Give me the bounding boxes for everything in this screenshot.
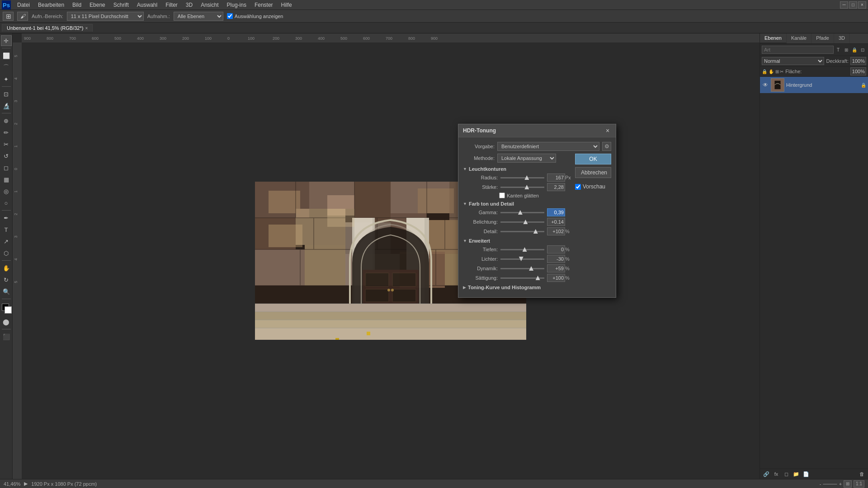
tiefen-input[interactable] [547,245,565,253]
opacity-input[interactable] [850,57,866,65]
menu-filter[interactable]: Filter [162,1,181,9]
method-select[interactable]: Lokale Anpassung [497,154,556,163]
preset-gear-btn[interactable]: ⚙ [602,142,611,151]
marquee-tool[interactable]: ⬜ [1,50,12,61]
menu-schrift[interactable]: Schrift [110,1,132,9]
brush-btn[interactable]: 🖌 [17,12,28,21]
menu-plugins[interactable]: Plug-ins [223,1,250,9]
maximize-btn[interactable]: □ [849,1,857,9]
blur-tool[interactable]: ◎ [1,186,12,197]
delete-layer-btn[interactable]: 🗑 [857,470,866,478]
tab-kanaele[interactable]: Kanäle [787,33,811,43]
belichtung-input[interactable] [547,218,565,226]
tab-ebenen[interactable]: Ebenen [760,33,787,43]
hdr-title-bar[interactable]: HDR-Tonung × [458,124,616,137]
zoom-slider[interactable]: ──── [823,481,837,487]
eraser-tool[interactable]: ◻ [1,162,12,173]
menu-bearbeiten[interactable]: Bearbeiten [34,1,68,9]
menu-hilfe[interactable]: Hilfe [278,1,296,9]
kanten-checkbox[interactable] [499,192,505,198]
menu-ansicht[interactable]: Ansicht [197,1,222,9]
staerke-thumb[interactable] [524,185,529,189]
history-brush[interactable]: ↺ [1,150,12,161]
radius-input[interactable] [547,174,565,182]
link-layers-btn[interactable]: 🔗 [762,470,771,478]
belichtung-slider[interactable] [500,219,544,225]
layer-row[interactable]: 👁 Hintergrund 🔒 [760,77,868,93]
dynamik-slider[interactable] [500,265,544,272]
flaeche-input[interactable] [850,67,866,75]
detail-thumb[interactable] [533,229,538,234]
tiefen-slider[interactable] [500,246,544,253]
add-mask-btn[interactable]: ◻ [782,470,791,478]
close-btn[interactable]: × [858,1,866,9]
farbe-header[interactable]: ▼ Farb ton und Detail [463,201,571,206]
zoom-tool[interactable]: 🔍 [1,286,12,297]
size-select[interactable]: 11 x 11 Pixel Durchschnitt [67,12,144,21]
erweitert-header[interactable]: ▼ Erweitert [463,238,571,244]
menu-ebene[interactable]: Ebene [86,1,109,9]
type-tool[interactable]: T [1,224,12,235]
layer-visibility-toggle[interactable]: 👁 [762,81,769,89]
new-group-btn[interactable]: 📁 [792,470,801,478]
path-tool[interactable]: ↗ [1,236,12,247]
lichter-thumb[interactable] [519,257,524,261]
radius-thumb[interactable] [524,175,529,180]
clone-tool[interactable]: ✂ [1,139,12,150]
menu-auswahl[interactable]: Auswahl [133,1,161,9]
tab-close-btn[interactable]: × [85,26,88,31]
staerke-input[interactable] [547,183,565,191]
art-icon2[interactable]: ⊞ [843,46,850,53]
eyedropper-tool[interactable]: 🔬 [1,100,12,111]
shape-tool[interactable]: ⬡ [1,248,12,258]
layers-select[interactable]: Alle Ebenen [174,12,223,21]
preset-select[interactable]: Benutzerdefiniert [497,142,599,151]
menu-3d[interactable]: 3D [182,1,196,9]
saettigung-slider[interactable] [500,275,544,281]
lichter-slider[interactable] [500,256,544,262]
actual-size-btn[interactable]: 1:1 [854,480,864,488]
dynamik-thumb[interactable] [529,266,533,271]
hdr-cancel-btn[interactable]: Abbrechen [575,167,611,178]
menu-datei[interactable]: Datei [14,1,33,9]
toning-header[interactable]: ▶ Toning-Kurve und Histogramm [463,285,571,290]
fit-screen-btn[interactable]: ⊞ [844,480,852,488]
crop-tool[interactable]: ⊡ [1,89,12,99]
add-style-btn[interactable]: fx [772,470,781,478]
saettigung-input[interactable] [547,274,565,282]
menu-fenster[interactable]: Fenster [251,1,277,9]
menu-bild[interactable]: Bild [69,1,85,9]
gamma-input[interactable] [547,208,565,216]
brush-tool[interactable]: ✏ [1,127,12,138]
leuchtkontur-header[interactable]: ▼ Leuchtkonturen [463,166,571,172]
background-color[interactable] [5,306,12,314]
detail-slider[interactable] [500,228,544,235]
zoom-out-icon[interactable]: - [820,481,821,487]
art-icon4[interactable]: ⊡ [859,46,866,53]
auswahl-checkbox[interactable] [227,13,233,19]
gamma-slider[interactable] [500,209,544,216]
magic-wand-tool[interactable]: ✦ [1,74,12,84]
detail-input[interactable] [547,227,565,235]
lichter-input[interactable] [547,255,565,263]
tool-options-btn[interactable]: ⊞ [3,12,14,21]
screen-mode[interactable]: ⬛ [1,331,12,342]
quick-mask[interactable]: ⬤ [1,316,12,327]
new-layer-btn[interactable]: 📄 [802,470,811,478]
move-tool[interactable]: ✛ [1,35,12,46]
art-icon3[interactable]: 🔒 [851,46,858,53]
preview-checkbox[interactable] [575,184,581,190]
dodge-tool[interactable]: ○ [1,197,12,208]
tiefen-thumb[interactable] [523,247,527,252]
art-search-input[interactable] [762,46,834,54]
tab-pfade[interactable]: Pfade [811,33,834,43]
type-icon[interactable]: T [835,46,842,53]
document-tab[interactable]: Unbenannt-1 bei 41,5% (RGB/32*) × [2,24,93,32]
radius-slider[interactable] [500,174,544,181]
zoom-in-icon[interactable]: + [839,481,842,487]
minimize-btn[interactable]: ─ [840,1,848,9]
staerke-slider[interactable] [500,184,544,190]
lasso-tool[interactable]: ⌒ [1,62,12,73]
dynamik-input[interactable] [547,264,565,272]
blend-mode-select[interactable]: Normal [762,57,824,65]
